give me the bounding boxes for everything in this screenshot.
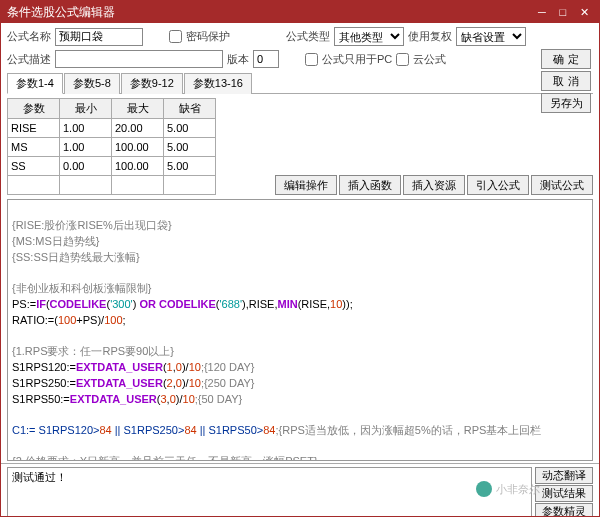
insert-res-button[interactable]: 插入资源 [403, 175, 465, 195]
table-row [8, 119, 216, 138]
cloud-checkbox[interactable] [396, 53, 409, 66]
tab-params-13-16[interactable]: 参数13-16 [184, 73, 252, 94]
maximize-icon[interactable]: □ [554, 6, 572, 18]
param-min-input[interactable] [60, 138, 111, 156]
param-table: 参数 最小 最大 缺省 [7, 98, 216, 195]
pconly-label: 公式只用于PC [322, 52, 392, 67]
test-formula-button[interactable]: 测试公式 [531, 175, 593, 195]
version-label: 版本 [227, 52, 249, 67]
param-max-input[interactable] [112, 119, 163, 137]
table-row [8, 176, 216, 195]
window-title: 条件选股公式编辑器 [7, 4, 115, 21]
param-max-input[interactable] [112, 157, 163, 175]
password-label: 密码保护 [186, 29, 230, 44]
param-header-name: 参数 [8, 99, 60, 119]
param-max-input[interactable] [112, 138, 163, 156]
close-icon[interactable]: ✕ [575, 6, 593, 19]
cancel-button[interactable]: 取 消 [541, 71, 591, 91]
formula-desc-label: 公式描述 [7, 52, 51, 67]
tab-params-5-8[interactable]: 参数5-8 [64, 73, 120, 94]
formula-name-input[interactable] [55, 28, 143, 46]
complexity-select[interactable]: 缺省设置 [456, 27, 526, 46]
version-input[interactable] [253, 50, 279, 68]
formula-desc-input[interactable] [55, 50, 223, 68]
tab-params-1-4[interactable]: 参数1-4 [7, 73, 63, 94]
param-header-min: 最小 [60, 99, 112, 119]
param-header-max: 最大 [112, 99, 164, 119]
minimize-icon[interactable]: ─ [533, 6, 551, 18]
insert-fn-button[interactable]: 插入函数 [339, 175, 401, 195]
param-def-input[interactable] [164, 157, 215, 175]
param-min-input[interactable] [60, 157, 111, 175]
param-name-input[interactable] [8, 119, 59, 137]
ok-button[interactable]: 确 定 [541, 49, 591, 69]
param-def-input[interactable] [164, 119, 215, 137]
param-max-input[interactable] [112, 176, 163, 194]
result-output: 测试通过！ [7, 467, 532, 517]
paramwiz-button[interactable]: 参数精灵 [535, 503, 593, 517]
complexity-label: 使用复权 [408, 29, 452, 44]
param-def-input[interactable] [164, 176, 215, 194]
param-header-def: 缺省 [164, 99, 216, 119]
wechat-icon [476, 481, 492, 497]
watermark: 小非奈尔 [476, 481, 540, 497]
password-checkbox[interactable] [169, 30, 182, 43]
edit-op-button[interactable]: 编辑操作 [275, 175, 337, 195]
param-def-input[interactable] [164, 138, 215, 156]
formula-name-label: 公式名称 [7, 29, 51, 44]
param-name-input[interactable] [8, 138, 59, 156]
import-formula-button[interactable]: 引入公式 [467, 175, 529, 195]
param-min-input[interactable] [60, 119, 111, 137]
testresult-button[interactable]: 测试结果 [535, 485, 593, 502]
formula-type-select[interactable]: 其他类型 [334, 27, 404, 46]
pconly-checkbox[interactable] [305, 53, 318, 66]
saveas-button[interactable]: 另存为 [541, 93, 591, 113]
table-row [8, 157, 216, 176]
code-editor[interactable]: {RISE:股价涨RISE%后出现口袋} {MS:MS日趋势线} {SS:SS日… [7, 199, 593, 461]
formula-type-label: 公式类型 [286, 29, 330, 44]
param-name-input[interactable] [8, 176, 59, 194]
param-name-input[interactable] [8, 157, 59, 175]
cloud-label: 云公式 [413, 52, 446, 67]
param-min-input[interactable] [60, 176, 111, 194]
table-row [8, 138, 216, 157]
translate-button[interactable]: 动态翻译 [535, 467, 593, 484]
tab-params-9-12[interactable]: 参数9-12 [121, 73, 183, 94]
